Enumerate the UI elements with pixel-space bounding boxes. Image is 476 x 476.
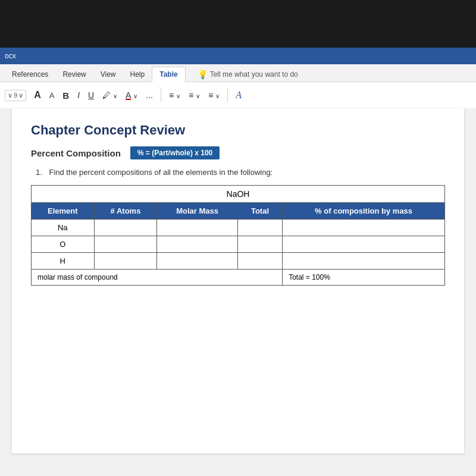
document-area: Chapter Concept Review Percent Compositi… <box>12 108 464 453</box>
list3-button[interactable]: ≡ ∨ <box>205 89 223 101</box>
total-h <box>237 253 282 270</box>
total-na <box>237 220 282 236</box>
footer-left: molar mass of compound <box>32 270 283 286</box>
tab-help[interactable]: Help <box>123 67 152 82</box>
underline-button[interactable]: U <box>85 89 97 101</box>
percent-h <box>283 253 445 270</box>
col-percent: % of composition by mass <box>283 203 445 220</box>
toolbar-divider-2 <box>227 88 228 102</box>
molar-mass-na <box>157 220 237 236</box>
title-bar: ocx <box>0 48 476 64</box>
list1-button[interactable]: ≡ ∨ <box>166 89 183 101</box>
col-total: Total <box>237 203 282 220</box>
chevron-down-icon-5: ∨ <box>176 93 180 99</box>
chevron-down-icon-3: ∨ <box>113 93 117 99</box>
tab-references[interactable]: References <box>5 67 55 82</box>
text-highlight-button[interactable]: 🖊 ∨ <box>99 89 120 101</box>
italic-button[interactable]: I <box>74 89 83 101</box>
atoms-h <box>94 253 157 270</box>
molar-mass-o <box>157 236 237 253</box>
chevron-down-icon-2: ∨ <box>18 92 23 99</box>
tab-review[interactable]: Review <box>55 67 93 82</box>
formula-box: % = (Part/whole) x 100 <box>130 146 220 159</box>
chevron-down-icon-6: ∨ <box>196 93 200 99</box>
chevron-down-icon-7: ∨ <box>215 93 220 99</box>
format-painter-icon: A <box>236 90 242 100</box>
table-row: H <box>32 253 445 270</box>
list1-icon: ≡ <box>169 90 174 100</box>
chemistry-table: NaOH Element # Atoms Molar Mass Total % … <box>31 185 445 286</box>
toolbar-divider-1 <box>161 88 161 102</box>
element-o: O <box>32 236 95 253</box>
font-color-icon: A <box>126 90 131 100</box>
atoms-na <box>94 220 157 236</box>
font-color-button[interactable]: A ∨ <box>123 89 140 101</box>
atoms-o <box>94 236 157 253</box>
col-element: Element <box>32 203 95 220</box>
question-body: Find the percent compositions of all the… <box>49 168 273 177</box>
element-na: Na <box>32 220 95 236</box>
percent-na <box>283 220 445 236</box>
document-title: Chapter Concept Review <box>31 123 445 138</box>
more-button[interactable]: ... <box>143 89 156 101</box>
molar-mass-h <box>157 253 237 270</box>
bulb-icon: 💡 <box>198 70 208 79</box>
element-h: H <box>32 253 95 270</box>
table-header-row: Element # Atoms Molar Mass Total % of co… <box>32 203 445 220</box>
percent-composition-header: Percent Composition % = (Part/whole) x 1… <box>31 146 445 159</box>
font-shrink-button[interactable]: A <box>46 90 58 101</box>
question-number: 1. <box>36 168 42 177</box>
chevron-down-icon-4: ∨ <box>133 93 137 99</box>
pen-icon: 🖊 <box>102 90 111 100</box>
list2-icon: ≡ <box>189 90 193 100</box>
percent-composition-label: Percent Composition <box>31 148 121 158</box>
table-footer-row: molar mass of compound Total = 100% <box>32 270 445 286</box>
table-row: Na <box>32 220 445 236</box>
table-row: O <box>32 236 445 253</box>
list2-button[interactable]: ≡ ∨ <box>186 89 203 101</box>
percent-o <box>283 236 445 253</box>
list3-icon: ≡ <box>208 90 213 100</box>
bold-button[interactable]: B <box>60 89 72 102</box>
footer-right: Total = 100% <box>283 270 445 286</box>
ribbon-toolbar: ∨ 9 ∨ A A B I U 🖊 ∨ A ∨ ... ≡ ∨ <box>0 82 476 108</box>
table-title-row: NaOH <box>32 186 445 203</box>
question-line: 1. Find the percent compositions of all … <box>31 168 445 177</box>
col-molar-mass: Molar Mass <box>157 203 237 220</box>
tab-view[interactable]: View <box>93 67 123 82</box>
tab-table[interactable]: Table <box>152 67 185 82</box>
table-title-cell: NaOH <box>32 186 445 203</box>
ribbon-tabs: References Review View Help Table 💡 Tell… <box>0 64 476 82</box>
ribbon-search[interactable]: 💡 Tell me what you want to do <box>198 70 298 79</box>
font-size-selector[interactable]: ∨ 9 ∨ <box>5 90 26 101</box>
title-bar-text: ocx <box>5 52 16 60</box>
col-atoms: # Atoms <box>94 203 157 220</box>
chevron-down-icon: ∨ <box>8 92 12 99</box>
font-grow-button[interactable]: A <box>31 89 44 102</box>
format-painter-button[interactable]: A <box>233 89 245 102</box>
total-o <box>237 236 282 253</box>
